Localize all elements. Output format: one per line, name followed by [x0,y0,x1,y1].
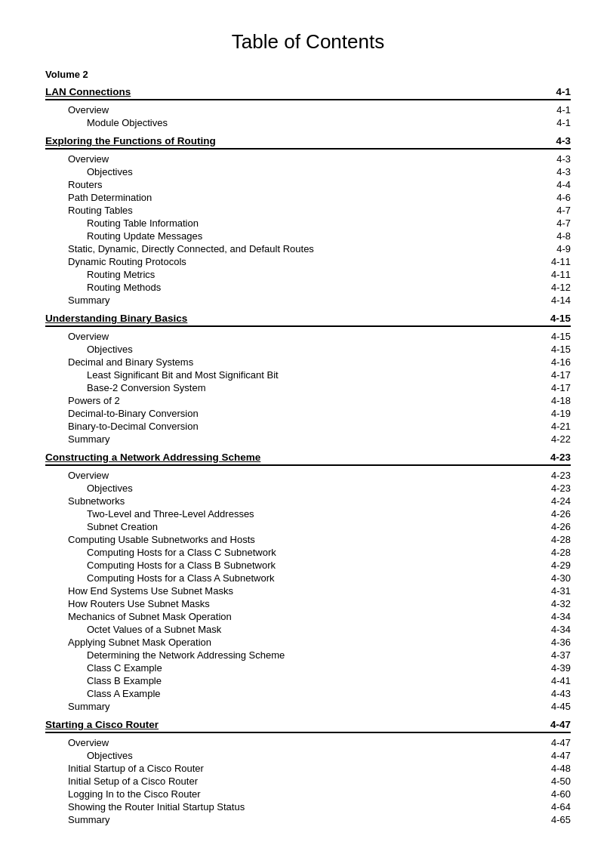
section-header-page-4: 4-47 [550,719,571,730]
toc-entry-1-11: Summary4-14 [45,294,571,307]
toc-entry-page-3-9: 4-31 [541,585,571,597]
toc-entry-text-4-0: Overview [68,737,541,748]
toc-entry-page-3-16: 4-41 [541,675,571,686]
toc-entry-3-18: Summary4-45 [45,700,571,713]
toc-entry-page-1-10: 4-12 [541,282,571,293]
toc-entry-page-4-1: 4-47 [541,750,571,761]
toc-entry-text-0-0: Overview [68,104,541,116]
toc-entry-text-2-3: Least Significant Bit and Most Significa… [87,369,541,381]
toc-entry-page-3-10: 4-32 [541,598,571,609]
toc-container: LAN Connections4-1Overview4-1Module Obje… [45,86,571,826]
volume-label: Volume 2 [45,69,571,80]
toc-entry-text-4-4: Logging In to the Cisco Router [68,788,541,800]
toc-entry-page-3-3: 4-26 [541,508,571,520]
toc-entry-page-1-9: 4-11 [541,269,571,280]
toc-entry-3-14: Determining the Network Addressing Schem… [45,649,571,661]
toc-entry-1-0: Overview4-3 [45,153,571,165]
toc-entry-text-3-16: Class B Example [87,675,541,686]
toc-entry-2-3: Least Significant Bit and Most Significa… [45,368,571,381]
toc-entry-page-3-13: 4-36 [541,637,571,648]
toc-entry-text-3-2: Subnetworks [68,495,541,507]
toc-entry-1-9: Routing Metrics4-11 [45,268,571,281]
toc-entry-text-2-5: Powers of 2 [68,395,541,406]
section-header-page-2: 4-15 [550,313,571,324]
toc-entry-page-3-18: 4-45 [541,701,571,712]
toc-entry-page-2-4: 4-17 [541,382,571,393]
toc-entry-text-3-3: Two-Level and Three-Level Addresses [87,508,541,520]
toc-entry-0-1: Module Objectives4-1 [45,116,571,129]
toc-entry-text-4-1: Objectives [87,750,541,761]
toc-entry-3-15: Class C Example4-39 [45,661,571,674]
toc-entry-4-4: Logging In to the Cisco Router4-60 [45,788,571,800]
toc-entry-page-2-2: 4-16 [541,356,571,368]
toc-entry-text-2-7: Binary-to-Decimal Conversion [68,421,541,432]
toc-entry-page-3-5: 4-28 [541,534,571,545]
toc-entry-text-2-4: Base-2 Conversion System [87,382,541,393]
toc-entry-text-3-8: Computing Hosts for a Class A Subnetwork [87,572,541,584]
section-header-text-3: Constructing a Network Addressing Scheme [45,452,550,463]
toc-entry-page-3-0: 4-23 [541,470,571,481]
toc-entry-3-5: Computing Usable Subnetworks and Hosts4-… [45,533,571,546]
toc-entry-page-1-1: 4-3 [541,166,571,177]
toc-entry-2-8: Summary4-22 [45,433,571,446]
toc-entry-text-4-2: Initial Startup of a Cisco Router [68,763,541,774]
toc-entry-3-3: Two-Level and Three-Level Addresses4-26 [45,507,571,520]
toc-entry-page-3-4: 4-26 [541,521,571,532]
toc-entry-text-1-6: Routing Update Messages [87,230,541,242]
toc-entry-page-1-0: 4-3 [541,153,571,165]
section-header-3: Constructing a Network Addressing Scheme… [45,452,571,466]
toc-entry-1-10: Routing Methods4-12 [45,281,571,294]
toc-entry-1-2: Routers4-4 [45,178,571,191]
toc-entry-3-2: Subnetworks4-24 [45,495,571,507]
toc-entry-text-3-11: Mechanics of Subnet Mask Operation [68,611,541,622]
toc-entry-2-0: Overview4-15 [45,330,571,343]
toc-entry-page-4-3: 4-50 [541,776,571,787]
toc-entry-3-16: Class B Example4-41 [45,674,571,687]
toc-entry-1-4: Routing Tables4-7 [45,204,571,217]
section-header-page-0: 4-1 [556,86,571,97]
toc-entry-page-3-15: 4-39 [541,662,571,674]
toc-entry-4-1: Objectives4-47 [45,749,571,762]
toc-entry-1-7: Static, Dynamic, Directly Connected, and… [45,242,571,255]
toc-entry-text-3-0: Overview [68,470,541,481]
toc-entry-2-4: Base-2 Conversion System4-17 [45,381,571,394]
toc-entry-3-0: Overview4-23 [45,469,571,482]
toc-entry-3-13: Applying Subnet Mask Operation4-36 [45,636,571,649]
toc-entry-3-17: Class A Example4-43 [45,687,571,700]
toc-entry-page-1-6: 4-8 [541,230,571,242]
toc-entry-page-4-6: 4-65 [541,814,571,825]
toc-entry-text-3-18: Summary [68,701,541,712]
toc-entry-page-4-2: 4-48 [541,763,571,774]
section-header-0: LAN Connections4-1 [45,86,571,100]
page-title: Table of Contents [45,30,571,54]
toc-entry-text-3-13: Applying Subnet Mask Operation [68,637,541,648]
toc-entry-page-4-0: 4-47 [541,737,571,748]
toc-entry-page-0-0: 4-1 [541,104,571,116]
toc-entry-3-10: How Routers Use Subnet Masks4-32 [45,597,571,610]
toc-entry-page-2-5: 4-18 [541,395,571,406]
toc-entry-3-4: Subnet Creation4-26 [45,520,571,533]
toc-entry-text-2-0: Overview [68,331,541,342]
toc-entry-2-7: Binary-to-Decimal Conversion4-21 [45,420,571,433]
toc-entry-1-1: Objectives4-3 [45,165,571,178]
toc-entry-4-3: Initial Setup of a Cisco Router4-50 [45,775,571,788]
toc-entry-text-1-7: Static, Dynamic, Directly Connected, and… [68,243,541,254]
toc-entry-text-2-2: Decimal and Binary Systems [68,356,541,368]
toc-entry-page-3-11: 4-34 [541,611,571,622]
toc-entry-4-2: Initial Startup of a Cisco Router4-48 [45,762,571,775]
toc-entry-text-1-9: Routing Metrics [87,269,541,280]
toc-entry-text-3-17: Class A Example [87,688,541,699]
toc-entry-text-4-3: Initial Setup of a Cisco Router [68,776,541,787]
section-header-4: Starting a Cisco Router4-47 [45,719,571,733]
toc-entry-1-3: Path Determination4-6 [45,191,571,204]
toc-entry-text-1-8: Dynamic Routing Protocols [68,256,541,267]
toc-entry-page-3-14: 4-37 [541,649,571,661]
toc-entry-3-7: Computing Hosts for a Class B Subnetwork… [45,559,571,572]
toc-entry-text-1-4: Routing Tables [68,205,541,216]
toc-entry-3-1: Objectives4-23 [45,482,571,495]
toc-entry-page-0-1: 4-1 [541,117,571,128]
toc-entry-text-3-12: Octet Values of a Subnet Mask [87,624,541,635]
toc-entry-text-0-1: Module Objectives [87,117,541,128]
toc-entry-page-1-4: 4-7 [541,205,571,216]
toc-entry-text-3-6: Computing Hosts for a Class C Subnetwork [87,547,541,558]
